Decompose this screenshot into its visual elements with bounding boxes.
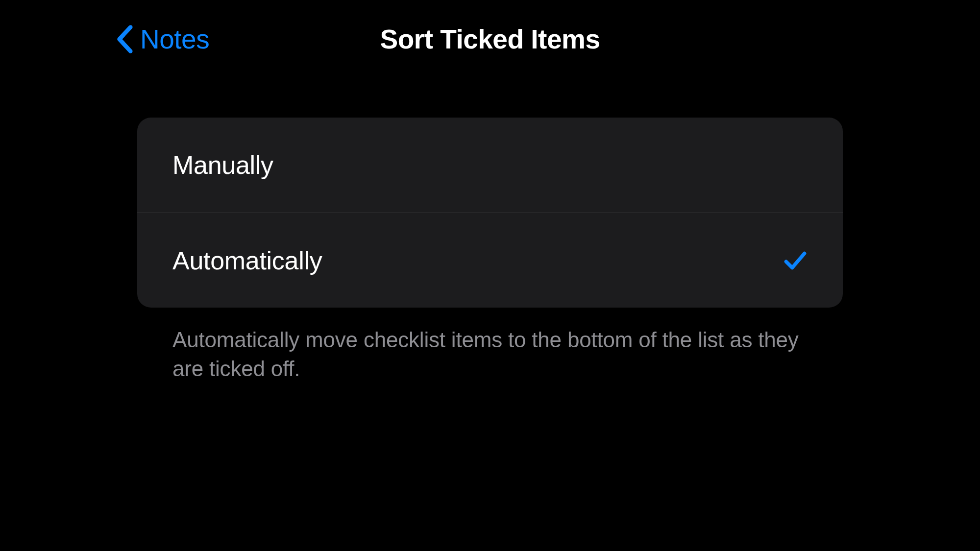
option-manually[interactable]: Manually	[137, 118, 843, 213]
navigation-bar: Notes Sort Ticked Items	[0, 0, 980, 69]
option-automatically[interactable]: Automatically	[137, 213, 843, 308]
page-title: Sort Ticked Items	[380, 24, 600, 55]
chevron-left-icon	[117, 25, 133, 53]
back-label: Notes	[140, 24, 209, 55]
checkmark-icon	[783, 248, 808, 273]
option-label: Manually	[172, 150, 273, 180]
settings-screen: Notes Sort Ticked Items Manually Automat…	[0, 0, 980, 551]
option-label: Automatically	[172, 246, 322, 275]
sort-options-group: Manually Automatically	[137, 118, 843, 308]
back-button[interactable]: Notes	[117, 24, 209, 55]
footer-description: Automatically move checklist items to th…	[137, 325, 843, 383]
